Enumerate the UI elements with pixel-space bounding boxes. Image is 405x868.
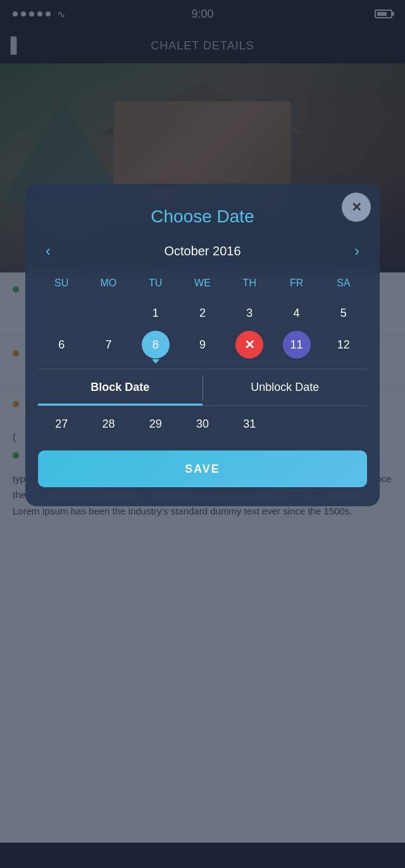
cal-day-10[interactable]: ✕ <box>235 331 263 359</box>
weekday-th: TH <box>226 274 273 293</box>
weekday-tu: TU <box>132 274 179 293</box>
cal-day-3[interactable]: 3 <box>235 299 263 327</box>
cal-day-empty-end2 <box>320 410 367 438</box>
prev-month-button[interactable]: ‹ <box>38 239 58 262</box>
calendar-bottom-row: 27 28 29 30 31 <box>38 406 367 438</box>
modal-overlay: ✕ Choose Date ‹ October 2016 › SU MO TU … <box>0 0 405 868</box>
cal-day-30[interactable]: 30 <box>179 410 226 438</box>
cal-day-empty-end <box>273 410 320 438</box>
cal-day-7[interactable]: 7 <box>94 331 122 359</box>
cal-day-28[interactable]: 28 <box>85 410 132 438</box>
calendar: ‹ October 2016 › SU MO TU WE TH FR SA 1 … <box>25 239 380 359</box>
weekday-mo: MO <box>85 274 132 293</box>
next-month-button[interactable]: › <box>347 239 367 262</box>
save-button[interactable]: SAVE <box>38 450 367 487</box>
cal-day-6[interactable]: 6 <box>47 331 75 359</box>
unblock-date-tab[interactable]: Unblock Date <box>203 369 368 405</box>
cal-day-4[interactable]: 4 <box>283 299 311 327</box>
cal-day-12[interactable]: 12 <box>330 331 358 359</box>
date-picker-modal: ✕ Choose Date ‹ October 2016 › SU MO TU … <box>25 184 380 506</box>
calendar-month-year: October 2016 <box>164 244 240 258</box>
x-mark-icon: ✕ <box>244 337 255 352</box>
cal-day-5[interactable]: 5 <box>330 299 358 327</box>
modal-close-button[interactable]: ✕ <box>342 193 371 222</box>
cal-day-2[interactable]: 2 <box>189 299 216 327</box>
tab-active-underline <box>38 404 202 405</box>
cal-day-8[interactable]: 8 <box>142 331 170 359</box>
cal-day-11[interactable]: 11 <box>283 331 311 359</box>
cal-day-9[interactable]: 9 <box>189 331 216 359</box>
cal-day-27[interactable]: 27 <box>38 410 85 438</box>
cal-day-empty <box>94 299 122 327</box>
cal-day-empty <box>47 299 75 327</box>
weekday-we: WE <box>179 274 226 293</box>
weekday-headers: SU MO TU WE TH FR SA <box>38 274 367 293</box>
block-date-tab[interactable]: Block Date <box>38 369 202 405</box>
weekday-sa: SA <box>320 274 367 293</box>
action-tabs: Block Date Unblock Date <box>38 369 367 406</box>
cal-day-31[interactable]: 31 <box>226 410 273 438</box>
cal-day-29[interactable]: 29 <box>132 410 179 438</box>
calendar-days: 1 2 3 4 5 6 7 8 9 ✕ 11 12 <box>38 299 367 359</box>
weekday-su: SU <box>38 274 85 293</box>
calendar-nav: ‹ October 2016 › <box>38 239 367 262</box>
cal-day-1[interactable]: 1 <box>142 299 170 327</box>
weekday-fr: FR <box>273 274 320 293</box>
modal-title: Choose Date <box>25 184 380 239</box>
